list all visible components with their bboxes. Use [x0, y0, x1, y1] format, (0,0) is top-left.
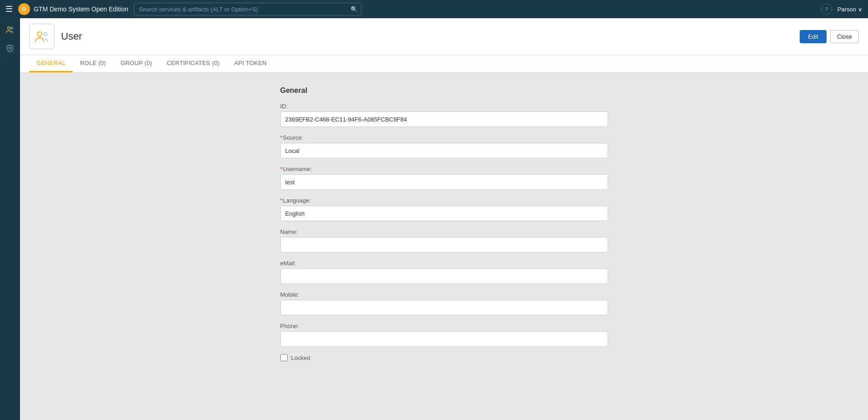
- field-language: *Language:: [280, 197, 608, 221]
- tab-api-token[interactable]: API TOKEN: [227, 55, 274, 72]
- field-id: ID:: [280, 103, 608, 127]
- tabs-bar: GENERAL ROLE (0) GROUP (0) CERTIFICATES …: [20, 55, 868, 73]
- label-mobile: Mobile:: [280, 291, 608, 298]
- search-input[interactable]: [134, 3, 361, 15]
- field-mobile: Mobile:: [280, 291, 608, 315]
- checkbox-locked[interactable]: [280, 354, 288, 361]
- user-menu[interactable]: Parson ∨: [838, 6, 863, 13]
- field-email: eMail:: [280, 260, 608, 284]
- input-language[interactable]: [280, 206, 608, 221]
- hamburger-menu-icon[interactable]: ☰: [5, 4, 13, 14]
- tab-general[interactable]: GENERAL: [29, 55, 73, 72]
- help-button[interactable]: ?: [821, 4, 832, 15]
- top-navigation: ☰ G GTM Demo System Open Edition 🔍 ? Par…: [0, 0, 868, 18]
- label-source: *Source:: [280, 134, 608, 141]
- input-source[interactable]: [280, 143, 608, 158]
- label-phone: Phone:: [280, 323, 608, 329]
- app-logo: G GTM Demo System Open Edition: [18, 3, 128, 15]
- required-marker-source: *: [280, 134, 283, 141]
- app-title: GTM Demo System Open Edition: [34, 5, 128, 13]
- page-header: User Edit Close: [20, 18, 868, 55]
- sidebar: [0, 18, 20, 420]
- svg-point-3: [37, 32, 42, 36]
- field-username: *Username:: [280, 166, 608, 190]
- label-email: eMail:: [280, 260, 608, 267]
- page-title: User: [61, 30, 82, 42]
- content-area: User Edit Close GENERAL ROLE (0) GROUP (…: [20, 18, 868, 420]
- svg-point-0: [8, 27, 10, 30]
- user-chevron-icon: ∨: [858, 6, 863, 13]
- page-header-right: Edit Close: [800, 30, 859, 43]
- form-container: General ID: *Source: *Username:: [280, 86, 608, 361]
- form-section-title: General: [280, 86, 608, 95]
- edit-button[interactable]: Edit: [800, 30, 826, 43]
- page-body: General ID: *Source: *Username:: [20, 73, 868, 420]
- svg-point-2: [9, 47, 11, 50]
- input-id[interactable]: [280, 111, 608, 127]
- field-locked: Locked: [280, 354, 608, 361]
- field-phone: Phone:: [280, 323, 608, 347]
- main-layout: User Edit Close GENERAL ROLE (0) GROUP (…: [0, 18, 868, 420]
- close-button[interactable]: Close: [830, 30, 859, 43]
- sidebar-item-users[interactable]: [2, 22, 18, 38]
- input-username[interactable]: [280, 174, 608, 190]
- page-header-left: User: [29, 24, 82, 49]
- input-email[interactable]: [280, 268, 608, 284]
- user-group-icon: [34, 28, 50, 45]
- label-name: Name:: [280, 228, 608, 235]
- search-container: 🔍: [134, 3, 361, 15]
- label-locked: Locked: [291, 354, 310, 361]
- svg-point-4: [44, 33, 47, 36]
- page-icon-box: [29, 24, 55, 49]
- input-name[interactable]: [280, 237, 608, 253]
- tab-certificates[interactable]: CERTIFICATES (0): [159, 55, 227, 72]
- field-source: *Source:: [280, 134, 608, 158]
- label-username: *Username:: [280, 166, 608, 172]
- input-mobile[interactable]: [280, 300, 608, 315]
- search-icon: 🔍: [350, 6, 358, 13]
- sidebar-item-security[interactable]: [2, 40, 18, 56]
- label-language: *Language:: [280, 197, 608, 204]
- tab-role[interactable]: ROLE (0): [73, 55, 113, 72]
- svg-point-1: [11, 27, 13, 29]
- input-phone[interactable]: [280, 331, 608, 347]
- tab-group[interactable]: GROUP (0): [113, 55, 159, 72]
- label-id: ID:: [280, 103, 608, 110]
- user-name: Parson: [838, 6, 856, 13]
- required-marker-username: *: [280, 166, 283, 172]
- required-marker-language: *: [280, 197, 283, 204]
- field-name: Name:: [280, 228, 608, 253]
- logo-icon: G: [18, 3, 30, 15]
